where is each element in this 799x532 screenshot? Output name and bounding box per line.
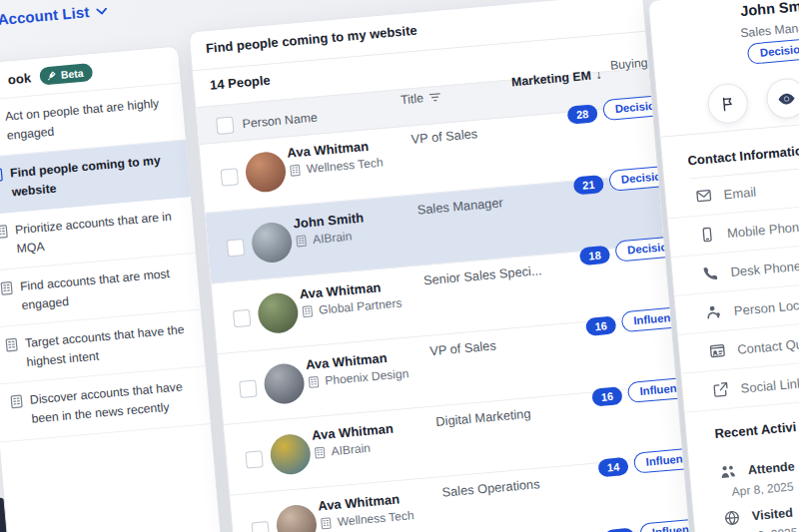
- contact-label: Mobile Phone: [726, 219, 799, 241]
- sort-desc-icon: ↓: [595, 68, 602, 82]
- building-icon: [0, 167, 5, 183]
- beta-badge: Beta: [39, 63, 93, 86]
- marketing-score-badge: 16: [585, 315, 617, 336]
- avatar: [244, 151, 287, 194]
- building-icon: [0, 224, 10, 240]
- person-title: Sales Operations: [441, 476, 540, 499]
- avatar: [275, 503, 318, 532]
- row-checkbox[interactable]: [221, 168, 239, 186]
- avatar: [263, 362, 306, 405]
- sidebar-item-label: Prioritize accounts that are in MQA: [14, 207, 189, 259]
- building-icon: [4, 337, 20, 353]
- person-title: VP of Sales: [410, 126, 478, 147]
- mobile-icon: [698, 226, 715, 243]
- phone-icon: [702, 265, 719, 281]
- rocket-icon: [46, 70, 57, 81]
- account-list-title: Account List: [0, 3, 90, 28]
- email-icon: [695, 188, 712, 205]
- activity-label: Attende: [747, 459, 795, 477]
- sidebar-items: Act on people that are highly engaged Fi…: [0, 83, 211, 442]
- row-checkbox[interactable]: [245, 450, 263, 468]
- company-icon: [313, 446, 327, 460]
- avatar: [257, 291, 300, 334]
- person-title: Sales Manager: [416, 195, 503, 217]
- company-name: AIBrain: [312, 230, 353, 248]
- profile-buying-group-pill: Decision: [747, 38, 799, 65]
- company-name: AIBrain: [331, 441, 372, 459]
- chevron-down-icon: [96, 8, 108, 16]
- marketing-score-badge: 16: [591, 386, 623, 407]
- beta-label: Beta: [60, 67, 84, 81]
- sidebar-item-label: Act on people that are highly engaged: [4, 93, 179, 145]
- person-pin-icon: [705, 303, 722, 320]
- contact-card-icon: [709, 342, 726, 359]
- contact-list: Email Mobile Phone Desk Phone Person Loc…: [664, 153, 799, 413]
- building-icon: [9, 394, 25, 410]
- marketing-score-badge: 18: [579, 246, 611, 266]
- column-marketing-em[interactable]: Marketing EM ↓: [511, 68, 603, 90]
- marketing-score-badge: 28: [566, 104, 598, 125]
- tilted-ui-collage: Account List ook Beta Act on people that…: [0, 0, 799, 532]
- filter-icon: [429, 92, 441, 102]
- eye-button[interactable]: [765, 77, 799, 120]
- external-link-icon: [712, 381, 729, 398]
- activity-item: Attende Apr 8, 2025: [689, 437, 799, 505]
- people-icon: [719, 463, 736, 480]
- person-title: Digital Marketing: [435, 406, 531, 429]
- row-checkbox[interactable]: [227, 239, 245, 257]
- row-checkbox[interactable]: [252, 521, 270, 532]
- sidebar-item-label: Discover accounts that have been in the …: [29, 376, 204, 428]
- building-icon: [0, 280, 15, 296]
- people-table-panel: Find people coming to my website 14 Peop…: [188, 0, 695, 532]
- marketing-score-badge: 14: [597, 457, 629, 478]
- contact-label: Contact Qu: [737, 336, 799, 357]
- sidebar-item-label: Target accounts that have the highest in…: [24, 319, 199, 371]
- activity-label: Visited: [751, 506, 793, 524]
- sidebar-item-label: Find accounts that are most engaged: [19, 264, 194, 315]
- contact-label: Social Link: [740, 375, 799, 395]
- playbook-label: ook: [7, 70, 31, 87]
- person-title: Senior Sales Speci...: [422, 263, 542, 287]
- flag-button[interactable]: [706, 82, 749, 125]
- company-icon: [307, 375, 321, 389]
- company-icon: [301, 304, 315, 318]
- company-icon: [319, 516, 333, 530]
- column-title[interactable]: Title: [400, 90, 441, 107]
- select-all-checkbox[interactable]: [216, 116, 234, 134]
- eye-icon: [777, 91, 796, 106]
- row-checkbox[interactable]: [239, 379, 257, 397]
- activity-list: Attende Apr 8, 2025 Visited Apr 8, 2025: [689, 437, 799, 532]
- contact-label: Person Loca: [733, 296, 799, 317]
- account-list-heading[interactable]: Account List: [0, 2, 108, 29]
- company-icon: [295, 234, 309, 248]
- flag-icon: [720, 96, 736, 112]
- avatar: [269, 433, 312, 476]
- contact-label: Email: [723, 184, 757, 202]
- row-checkbox[interactable]: [233, 309, 251, 327]
- contact-label: Desk Phone: [730, 258, 799, 278]
- people-count: 14 People: [210, 73, 272, 93]
- marketing-score-badge: 21: [573, 175, 605, 196]
- column-person-name[interactable]: Person Name: [242, 111, 318, 131]
- table-body: Ava Whitman Wellness Tech VP of Sales 28…: [199, 103, 695, 532]
- globe-icon: [723, 509, 740, 526]
- person-title: VP of Sales: [429, 337, 497, 358]
- sidebar-item-label: Find people coming to my website: [9, 150, 184, 202]
- recent-activity-heading: Recent Activi: [713, 413, 797, 448]
- company-icon: [288, 164, 302, 178]
- avatar: [251, 221, 294, 264]
- profile-actions: [656, 67, 799, 128]
